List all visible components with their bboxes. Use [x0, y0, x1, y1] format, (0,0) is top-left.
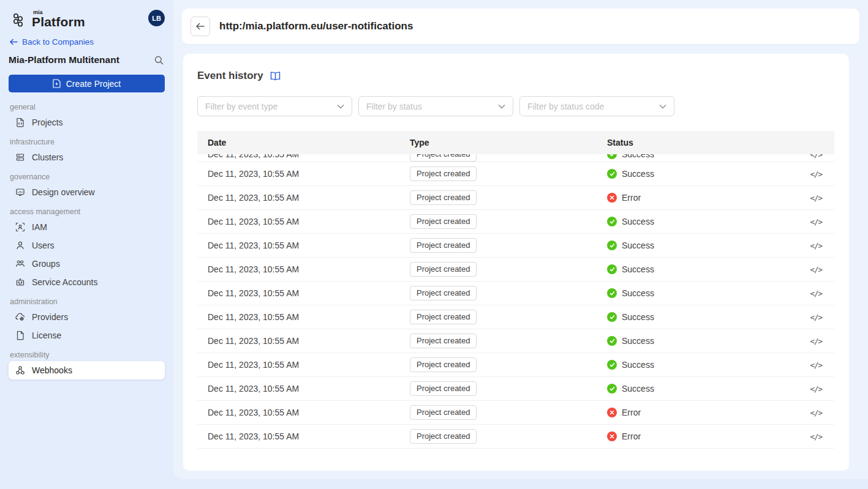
back-button[interactable] [191, 17, 210, 36]
status-label: Success [622, 241, 654, 250]
table-header: Date Type Status [197, 131, 834, 154]
event-type-tag: Project created [410, 405, 477, 420]
event-date: Dec 11, 2023, 10:55 AM [197, 360, 410, 370]
filter-placeholder: Filter by status [366, 102, 422, 111]
sidebar-item-license[interactable]: License [9, 326, 165, 345]
event-date: Dec 11, 2023, 10:55 AM [197, 384, 410, 394]
sidebar-section-label: administration [10, 297, 164, 306]
sidebar-item-design-overview[interactable]: Design overview [9, 183, 165, 201]
sidebar-item-label: License [32, 330, 61, 340]
code-icon[interactable]: </> [810, 384, 822, 394]
status-label: Success [622, 312, 654, 322]
cloud-gear-icon [15, 312, 25, 322]
event-history-card: Event history Filter by event type Filte… [183, 54, 849, 471]
chevron-down-icon [659, 104, 666, 109]
status-label: Error [622, 431, 641, 441]
sidebar-item-label: Users [32, 241, 55, 250]
sidebar-item-service-accounts[interactable]: Service Accounts [9, 273, 165, 291]
sidebar-item-webhooks[interactable]: Webhooks [9, 361, 165, 379]
code-icon[interactable]: </> [810, 265, 822, 274]
sidebar-item-groups[interactable]: Groups [9, 255, 165, 273]
sidebar-item-clusters[interactable]: Clusters [9, 148, 165, 166]
sidebar-item-label: Clusters [32, 152, 63, 162]
logo-mark-icon [12, 12, 28, 28]
event-date: Dec 11, 2023, 10:55 AM [197, 408, 410, 417]
check-circle-icon [607, 384, 617, 394]
main-area: http:/mia.platform.eu/user-notifications… [173, 0, 868, 479]
code-icon[interactable]: </> [810, 360, 822, 370]
status-label: Success [622, 154, 654, 159]
chevron-down-icon [498, 104, 505, 109]
event-type-tag: Project created [410, 154, 477, 162]
filter-status-code-select[interactable]: Filter by status code [519, 96, 674, 116]
event-date: Dec 11, 2023, 10:55 AM [197, 336, 410, 346]
filter-placeholder: Filter by status code [527, 102, 604, 111]
table-row: Dec 11, 2023, 10:55 AM Project created E… [197, 401, 834, 425]
file-plus-icon [53, 79, 61, 88]
event-type-tag: Project created [410, 214, 477, 229]
code-icon[interactable]: </> [810, 154, 822, 159]
code-icon[interactable]: </> [810, 241, 822, 250]
open-book-icon[interactable] [270, 72, 281, 81]
close-circle-icon [607, 408, 617, 417]
table-row: Dec 11, 2023, 10:55 AM Project created S… [197, 305, 834, 329]
status-label: Error [622, 193, 641, 203]
event-type-tag: Project created [410, 190, 477, 205]
filters-row: Filter by event type Filter by status Fi… [197, 96, 834, 116]
mia-platform-logo: mia Platform [12, 10, 85, 28]
sidebar-section-label: governance [10, 173, 164, 181]
status-label: Success [622, 264, 654, 274]
filter-status-select[interactable]: Filter by status [358, 96, 513, 116]
check-circle-icon [607, 360, 617, 370]
status-label: Success [622, 217, 654, 226]
sidebar-item-users[interactable]: Users [9, 236, 165, 255]
table-body: Dec 11, 2023, 10:55 AM Project created S… [197, 154, 834, 449]
event-date: Dec 11, 2023, 10:55 AM [197, 169, 410, 179]
search-icon[interactable] [154, 56, 164, 65]
presentation-board-icon [15, 187, 25, 197]
filter-placeholder: Filter by event type [205, 102, 277, 111]
status-label: Success [622, 288, 654, 298]
filter-event-type-select[interactable]: Filter by event type [197, 96, 352, 116]
code-icon[interactable]: </> [810, 193, 822, 203]
event-date: Dec 11, 2023, 10:55 AM [197, 193, 410, 203]
event-type-tag: Project created [410, 310, 477, 324]
user-avatar[interactable]: LB [148, 10, 165, 26]
sidebar-item-providers[interactable]: Providers [9, 308, 165, 326]
code-icon[interactable]: </> [810, 337, 822, 346]
code-icon[interactable]: </> [810, 217, 822, 226]
sidebar-item-label: Providers [32, 312, 68, 322]
section-heading: Event history [197, 70, 263, 82]
close-circle-icon [607, 431, 617, 441]
create-project-button[interactable]: Create Project [9, 75, 165, 92]
code-icon[interactable]: </> [810, 313, 822, 322]
column-header-type: Type [410, 138, 607, 147]
event-type-tag: Project created [410, 238, 477, 253]
user-icon [15, 241, 25, 250]
arrow-left-icon [10, 39, 18, 45]
check-circle-icon [607, 336, 617, 346]
sidebar-item-iam[interactable]: IAM [9, 218, 165, 236]
code-icon[interactable]: </> [810, 170, 822, 179]
code-icon[interactable]: </> [810, 432, 822, 441]
back-to-companies-link[interactable]: Back to Companies [0, 28, 173, 47]
sidebar-section-label: general [10, 103, 164, 111]
page-title: http:/mia.platform.eu/user-notifications [219, 20, 413, 32]
event-date: Dec 11, 2023, 10:55 AM [197, 288, 410, 298]
sidebar-item-label: Webhooks [32, 365, 72, 375]
code-icon[interactable]: </> [810, 289, 822, 298]
code-icon[interactable]: </> [810, 408, 822, 417]
chevron-down-icon [337, 104, 344, 109]
sidebar-section-label: access management [10, 207, 164, 216]
check-circle-icon [607, 217, 617, 226]
event-type-tag: Project created [410, 334, 477, 348]
event-history-table: Date Type Status Dec 11, 2023, 10:55 AM … [197, 131, 834, 449]
table-row: Dec 11, 2023, 10:55 AM Project created E… [197, 186, 834, 210]
check-circle-icon [607, 241, 617, 250]
status-label: Error [622, 408, 641, 417]
company-name: Mia-Platform Multitenant [9, 54, 119, 65]
table-row: Dec 11, 2023, 10:55 AM Project created S… [197, 377, 834, 401]
sidebar-item-projects[interactable]: Projects [9, 113, 165, 132]
column-header-date: Date [197, 138, 410, 147]
partially-scrolled-row: Dec 11, 2023, 10:55 AM Project created S… [197, 154, 834, 162]
